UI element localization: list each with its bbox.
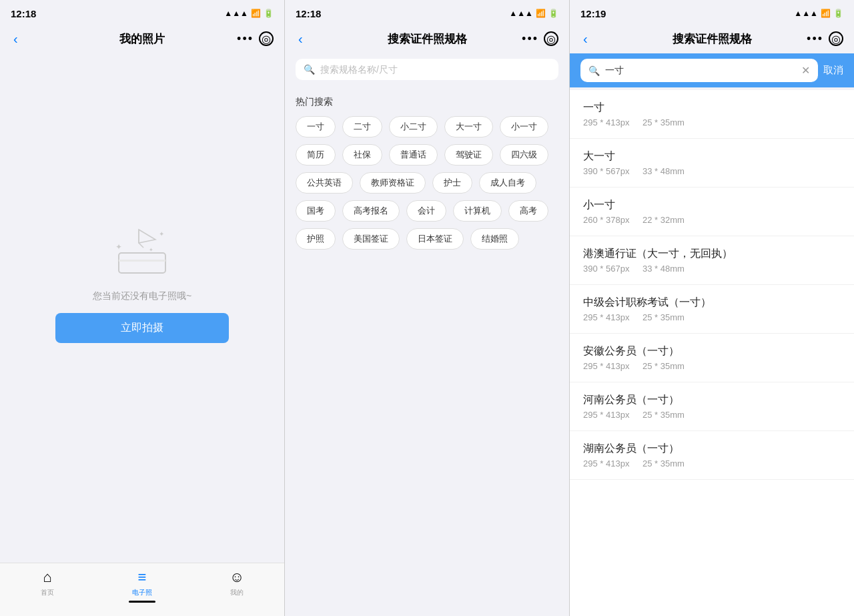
result-meta: 390 * 567px 33 * 48mm [583,166,841,176]
result-name: 湖南公务员（一寸） [583,442,841,456]
status-icons-2: ▲▲▲ 📶 🔋 [509,9,558,18]
result-item[interactable]: 中级会计职称考试（一寸） 295 * 413px 25 * 35mm [570,285,854,334]
result-name: 一寸 [583,101,841,115]
results-list: 一寸 295 * 413px 25 * 35mm 大一寸 390 * 567px… [570,90,854,616]
tab-home[interactable]: ⌂ 首页 [0,569,95,597]
result-name: 港澳通行证（大一寸，无回执） [583,247,841,261]
hot-tag[interactable]: 四六级 [500,144,548,166]
hot-tag[interactable]: 教师资格证 [360,172,426,194]
tab-mine[interactable]: ☺ 我的 [189,569,284,597]
hot-tag[interactable]: 结婚照 [470,228,519,250]
result-meta: 295 * 413px 25 * 35mm [583,361,841,371]
nav-bar-3: ‹ 搜索证件照规格 ••• ◎ [570,24,854,53]
result-item[interactable]: 大一寸 390 * 567px 33 * 48mm [570,139,854,188]
hot-tag[interactable]: 一寸 [296,116,336,137]
result-mm: 25 * 35mm [643,117,685,127]
search-panel: 12:18 ▲▲▲ 📶 🔋 ‹ 搜索证件照规格 ••• ◎ 🔍 热门搜索 一寸二… [285,0,570,616]
empty-icon: ✦ ✦ ✦ [109,220,175,280]
hot-tag[interactable]: 驾驶证 [444,144,493,166]
nav-title-2: 搜索证件照规格 [388,31,467,47]
result-item[interactable]: 湖南公务员（一寸） 295 * 413px 25 * 35mm [570,431,854,480]
empty-text: 您当前还没有电子照哦~ [93,290,191,302]
svg-marker-5 [139,230,155,243]
result-mm: 25 * 35mm [643,312,685,322]
hot-tag[interactable]: 高考 [508,200,548,222]
svg-line-7 [139,243,143,248]
result-px: 295 * 413px [583,458,629,469]
result-px: 295 * 413px [583,117,629,127]
svg-text:✦: ✦ [115,242,122,252]
hot-tag[interactable]: 小二寸 [389,116,438,137]
result-mm: 25 * 35mm [643,458,685,469]
hot-tag[interactable]: 简历 [296,144,336,166]
nav-right-3: ••• ◎ [807,31,843,46]
result-px: 295 * 413px [583,312,629,322]
result-item[interactable]: 一寸 295 * 413px 25 * 35mm [570,90,854,139]
tab-mine-label: 我的 [230,588,244,597]
hot-tag[interactable]: 日本签证 [406,228,464,250]
search-icon-3: 🔍 [588,65,600,76]
result-item[interactable]: 安徽公务员（一寸） 295 * 413px 25 * 35mm [570,334,854,382]
hot-tag[interactable]: 二寸 [342,116,382,137]
result-px: 295 * 413px [583,361,629,371]
hot-tag[interactable]: 高考报名 [342,200,400,222]
more-button-1[interactable]: ••• [237,32,254,46]
result-name: 小一寸 [583,198,841,212]
result-px: 295 * 413px [583,410,629,420]
result-name: 安徽公务员（一寸） [583,344,841,358]
result-item[interactable]: 小一寸 260 * 378px 22 * 32mm [570,188,854,236]
home-icon: ⌂ [43,569,51,586]
result-item[interactable]: 河南公务员（一寸） 295 * 413px 25 * 35mm [570,382,854,431]
battery-icon: 🔋 [264,9,274,18]
more-button-3[interactable]: ••• [807,32,823,46]
search-input-box-active[interactable]: 🔍 ✕ [580,59,818,82]
nav-bar-2: ‹ 搜索证件照规格 ••• ◎ [285,24,569,53]
hot-tag[interactable]: 计算机 [453,200,502,222]
result-mm: 33 * 48mm [643,166,685,176]
search-input-2[interactable] [320,64,550,75]
status-bar-1: 12:18 ▲▲▲ 📶 🔋 [0,0,284,24]
result-name: 中级会计职称考试（一寸） [583,296,841,310]
hot-tag[interactable]: 大一寸 [444,116,493,137]
clear-button[interactable]: ✕ [801,64,810,77]
back-button-1[interactable]: ‹ [11,29,21,49]
hot-tag[interactable]: 美国签证 [342,228,400,250]
wifi-icon-3: 📶 [821,9,831,18]
hot-tag[interactable]: 成人自考 [479,172,536,194]
nav-bar-1: ‹ 我的照片 ••• ◎ [0,24,284,53]
status-time-2: 12:18 [296,8,321,19]
cancel-button[interactable]: 取消 [823,64,843,77]
svg-rect-1 [119,260,165,262]
tab-home-label: 首页 [41,588,54,597]
hot-tag[interactable]: 护照 [296,228,336,250]
hot-tag[interactable]: 护士 [432,172,472,194]
back-button-3[interactable]: ‹ [580,29,590,49]
hot-tag[interactable]: 小一寸 [500,116,548,137]
shoot-button[interactable]: 立即拍摄 [55,313,229,343]
nav-right-2: ••• ◎ [522,31,558,46]
hot-tag[interactable]: 普通话 [389,144,438,166]
battery-icon-3: 🔋 [833,9,843,18]
target-button-3[interactable]: ◎ [829,31,843,46]
result-mm: 33 * 48mm [643,264,685,274]
photo-icon: ≡ [138,569,147,586]
hot-tag[interactable]: 公共英语 [296,172,353,194]
svg-rect-0 [119,253,165,273]
hot-tag[interactable]: 会计 [406,200,446,222]
result-name: 大一寸 [583,149,841,164]
result-item[interactable]: 港澳通行证（大一寸，无回执） 390 * 567px 33 * 48mm [570,236,854,285]
hot-tag[interactable]: 国考 [296,200,336,222]
hot-tag[interactable]: 社保 [342,144,382,166]
wifi-icon: 📶 [251,9,261,18]
more-button-2[interactable]: ••• [522,32,538,46]
search-input-box[interactable]: 🔍 [296,59,558,80]
search-bar-active: 🔍 ✕ 取消 [570,53,854,87]
result-meta: 295 * 413px 25 * 35mm [583,117,841,127]
tab-photo[interactable]: ≡ 电子照 [95,569,189,603]
back-button-2[interactable]: ‹ [296,29,306,49]
target-button-2[interactable]: ◎ [544,31,558,46]
result-meta: 295 * 413px 25 * 35mm [583,312,841,322]
svg-text:✦: ✦ [159,230,164,238]
search-input-3[interactable] [605,65,796,76]
target-button-1[interactable]: ◎ [259,31,274,46]
